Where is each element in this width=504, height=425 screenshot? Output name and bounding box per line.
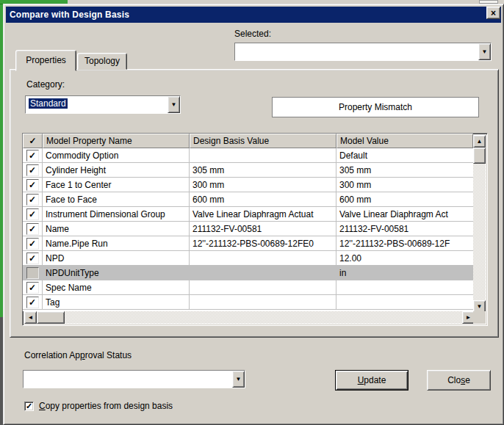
cell-model-property-name[interactable]: Tag <box>43 295 190 310</box>
cell-model-value[interactable] <box>336 280 473 295</box>
row-checkbox[interactable]: ✓ <box>26 179 39 191</box>
row-checkbox[interactable]: ✓ <box>26 208 39 220</box>
dialog-compare-with-design-basis: Compare with Design Basis × Selected: ▼ … <box>3 4 504 425</box>
column-header-model-property-name[interactable]: Model Property Name <box>43 134 190 148</box>
properties-table: ✓ Model Property Name Design Basis Value… <box>22 133 488 326</box>
cell-design-basis-value[interactable] <box>190 251 336 266</box>
cell-design-basis-value[interactable]: 300 mm <box>190 178 336 192</box>
column-header-design-basis-value[interactable]: Design Basis Value <box>190 134 336 148</box>
cell-model-value[interactable]: Valve Linear Diaphragm Act <box>336 207 473 222</box>
update-button[interactable]: Update <box>335 370 408 391</box>
cell-model-property-name[interactable]: Instrument Dimensional Group <box>43 207 190 222</box>
cell-design-basis-value[interactable]: 305 mm <box>190 163 336 178</box>
cell-model-property-name[interactable]: Face 1 to Center <box>43 178 190 192</box>
selected-label: Selected: <box>234 29 271 39</box>
header-checkbox[interactable]: ✓ <box>23 134 43 148</box>
table-row[interactable]: ✓ Commodity Option Default <box>23 148 473 163</box>
row-checkbox[interactable]: ✓ <box>26 164 39 176</box>
table-row[interactable]: ✓ Cylinder Height 305 mm 305 mm <box>23 163 473 178</box>
copy-properties-checkbox[interactable]: ✓ Copy properties from design basis <box>24 401 173 411</box>
correlation-combobox-value[interactable] <box>24 371 232 388</box>
horizontal-scrollbar-thumb[interactable] <box>37 311 65 324</box>
cell-model-value[interactable]: 300 mm <box>336 178 473 192</box>
cell-model-value[interactable]: 211132-FV-00581 <box>336 222 473 236</box>
table-row[interactable]: ✓ NPD 12.00 <box>23 251 473 266</box>
cell-model-property-name[interactable]: Name.Pipe Run <box>43 236 190 251</box>
cell-model-value[interactable]: Default <box>336 148 473 163</box>
cell-model-value[interactable]: 600 mm <box>336 192 473 207</box>
cell-model-property-name[interactable]: Name <box>43 222 190 236</box>
cell-design-basis-value[interactable] <box>190 148 336 163</box>
cell-model-value[interactable]: in <box>336 266 473 280</box>
vertical-scrollbar-thumb[interactable] <box>473 148 486 164</box>
cell-design-basis-value[interactable]: 211132-FV-00581 <box>190 222 336 236</box>
copy-properties-label: Copy properties from design basis <box>39 401 173 411</box>
correlation-approval-status-label: Correlation Approval Status <box>24 350 132 360</box>
close-button[interactable]: Close <box>427 370 491 391</box>
selected-combobox-value[interactable] <box>235 43 478 60</box>
cell-model-value[interactable]: 12''-211132-PBS-00689-12F <box>336 236 473 251</box>
cell-model-value[interactable] <box>336 295 473 310</box>
cell-model-property-name[interactable]: NPD <box>43 251 190 266</box>
chevron-down-icon[interactable]: ▼ <box>478 43 491 60</box>
column-header-model-value[interactable]: Model Value <box>336 134 473 148</box>
cell-model-value[interactable]: 12.00 <box>336 251 473 266</box>
row-checkbox[interactable]: ✓ <box>26 223 39 235</box>
category-combobox-value[interactable]: Standard <box>26 96 168 113</box>
vertical-scrollbar[interactable]: ▲ ▼ <box>473 135 486 313</box>
cell-design-basis-value[interactable] <box>190 280 336 295</box>
row-checkbox[interactable]: ✓ <box>26 238 39 250</box>
scrollbar-corner <box>473 311 486 324</box>
selected-combobox[interactable]: ▼ <box>234 43 492 61</box>
close-icon[interactable]: × <box>486 7 500 19</box>
correlation-approval-status-combobox[interactable]: ▼ <box>23 370 245 388</box>
properties-pane: Category: Standard ▼ Property Mismatch ✓… <box>10 69 499 338</box>
chevron-down-icon[interactable]: ▼ <box>168 96 180 113</box>
cell-model-property-name[interactable]: Face to Face <box>43 192 190 207</box>
category-combobox[interactable]: Standard ▼ <box>25 95 181 114</box>
scroll-up-icon[interactable]: ▲ <box>473 135 486 148</box>
table-row[interactable]: ✓ Face to Face 600 mm 600 mm <box>23 192 473 207</box>
horizontal-scrollbar[interactable]: ◄ ► <box>24 311 475 324</box>
cell-model-property-name[interactable]: NPDUnitType <box>43 266 190 280</box>
property-mismatch-box: Property Mismatch <box>272 97 479 117</box>
table-row[interactable]: ✓ Name.Pipe Run 12''-211132-PBS-00689-12… <box>23 236 473 251</box>
cell-model-property-name[interactable]: Commodity Option <box>43 148 190 163</box>
checkbox-icon[interactable]: ✓ <box>24 402 34 411</box>
cell-design-basis-value[interactable] <box>190 266 336 280</box>
cell-model-property-name[interactable]: Cylinder Height <box>43 163 190 178</box>
category-label: Category: <box>26 79 65 90</box>
cell-design-basis-value[interactable] <box>190 295 336 310</box>
row-checkbox[interactable] <box>26 267 39 279</box>
tab-topology[interactable]: Topology <box>77 53 127 70</box>
table-row[interactable]: ✓ Instrument Dimensional Group Valve Lin… <box>23 207 473 222</box>
dialog-title: Compare with Design Basis <box>10 10 129 20</box>
cell-design-basis-value[interactable]: 600 mm <box>190 192 336 207</box>
table-row[interactable]: NPDUnitType in <box>23 266 473 280</box>
table-row[interactable]: ✓ Tag <box>23 295 473 310</box>
row-checkbox[interactable]: ✓ <box>26 282 39 294</box>
chevron-down-icon[interactable]: ▼ <box>232 371 245 388</box>
cell-model-value[interactable]: 305 mm <box>336 163 473 178</box>
row-checkbox[interactable]: ✓ <box>26 194 39 206</box>
cell-design-basis-value[interactable]: 12''-211132-PBS-00689-12FE0 <box>190 236 336 251</box>
cell-model-property-name[interactable]: Spec Name <box>43 280 190 295</box>
horizontal-scrollbar-track[interactable] <box>65 311 462 324</box>
scroll-left-icon[interactable]: ◄ <box>24 311 37 324</box>
table-header: ✓ Model Property Name Design Basis Value… <box>23 134 473 148</box>
title-bar[interactable]: Compare with Design Basis <box>6 7 501 23</box>
row-checkbox[interactable]: ✓ <box>26 297 39 308</box>
table-row[interactable]: ✓ Name 211132-FV-00581 211132-FV-00581 <box>23 222 473 236</box>
table-row[interactable]: ✓ Spec Name <box>23 280 473 295</box>
row-checkbox[interactable]: ✓ <box>26 150 39 161</box>
tab-properties[interactable]: Properties <box>15 50 76 71</box>
table-body: ✓ Commodity Option Default ✓ Cylinder He… <box>23 148 473 310</box>
screen: Compare with Design Basis × Selected: ▼ … <box>0 0 504 425</box>
vertical-scrollbar-track[interactable] <box>473 164 486 300</box>
row-checkbox[interactable]: ✓ <box>26 253 39 264</box>
table-row[interactable]: ✓ Face 1 to Center 300 mm 300 mm <box>23 178 473 192</box>
cell-design-basis-value[interactable]: Valve Linear Diaphragm Actuat <box>190 207 336 222</box>
